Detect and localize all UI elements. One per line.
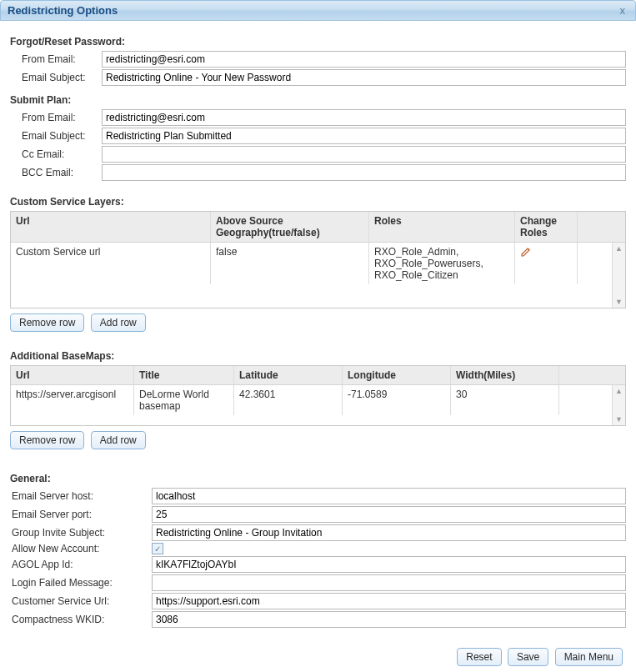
col-bm-url: Url (11, 366, 134, 384)
allow-new-account-checkbox[interactable]: ✓ (152, 543, 163, 554)
basemaps-add-button[interactable]: Add row (91, 431, 146, 449)
submit-subject-input[interactable] (102, 128, 626, 144)
forgot-subject-label: Email Subject: (10, 72, 102, 83)
layers-grid-header: Url Above Source Geography(true/false) R… (11, 212, 625, 243)
scrollbar[interactable]: ▲▼ (612, 243, 625, 308)
dialog-title: Redistricting Options (8, 4, 118, 17)
forgot-from-input[interactable] (102, 51, 626, 68)
general-group-input[interactable] (152, 524, 626, 541)
general-port-label: Email Server port: (10, 509, 152, 520)
col-bm-lon: Longitude (343, 366, 451, 384)
cell-bm-lat: 42.3601 (234, 385, 343, 415)
col-bm-width: Width(Miles) (451, 366, 559, 384)
close-icon[interactable]: x (617, 4, 629, 17)
layers-grid: Url Above Source Geography(true/false) R… (10, 211, 626, 308)
submit-from-input[interactable] (102, 109, 626, 126)
col-url: Url (11, 212, 211, 242)
general-agol-label: AGOL App Id: (10, 559, 152, 570)
basemaps-grid-header: Url Title Latitude Longitude Width(Miles… (11, 366, 625, 385)
general-host-label: Email Server host: (10, 490, 152, 502)
layers-add-button[interactable]: Add row (91, 313, 146, 332)
forgot-subject-input[interactable] (102, 69, 626, 86)
footer-buttons: Reset Save Main Menu (0, 639, 636, 669)
general-login-label: Login Failed Message: (10, 577, 152, 589)
general-wkid-input[interactable] (152, 611, 626, 628)
general-wkid-label: Compactness WKID: (10, 614, 152, 625)
col-bm-title: Title (134, 366, 234, 384)
general-port-input[interactable] (152, 506, 626, 523)
cell-url: Custom Service url (11, 243, 211, 284)
reset-button[interactable]: Reset (457, 648, 501, 666)
section-general-heading: General: (10, 473, 626, 484)
main-menu-button[interactable]: Main Menu (555, 648, 623, 666)
table-row[interactable]: https://server.arcgisonl DeLorme World b… (11, 385, 625, 415)
col-bm-lat: Latitude (234, 366, 343, 384)
submit-cc-input[interactable] (102, 146, 626, 163)
submit-bcc-input[interactable] (102, 164, 626, 181)
basemaps-grid: Url Title Latitude Longitude Width(Miles… (10, 365, 626, 426)
titlebar: Redistricting Options x (0, 0, 636, 21)
edit-icon[interactable] (520, 246, 572, 258)
col-above: Above Source Geography(true/false) (211, 212, 369, 242)
basemaps-remove-button[interactable]: Remove row (10, 431, 84, 449)
cell-bm-lon: -71.0589 (343, 385, 451, 415)
submit-from-label: From Email: (10, 112, 102, 123)
general-agol-input[interactable] (152, 556, 626, 573)
general-host-input[interactable] (152, 488, 626, 504)
general-cust-input[interactable] (152, 593, 626, 609)
section-submit-heading: Submit Plan: (10, 94, 626, 106)
submit-cc-label: Cc Email: (10, 148, 102, 160)
general-login-input[interactable] (152, 574, 626, 591)
col-roles: Roles (369, 212, 515, 242)
cell-bm-url: https://server.arcgisonl (11, 385, 134, 415)
save-button[interactable]: Save (508, 648, 548, 666)
cell-bm-width: 30 (451, 385, 559, 415)
general-cust-label: Customer Service Url: (10, 595, 152, 607)
dialog-content: Forgot/Reset Password: From Email: Email… (0, 21, 636, 639)
table-row[interactable]: Custom Service url false RXO_Role_Admin,… (11, 243, 625, 284)
submit-subject-label: Email Subject: (10, 130, 102, 142)
layers-remove-button[interactable]: Remove row (10, 313, 84, 332)
general-allow-label: Allow New Account: (10, 543, 152, 554)
section-forgot-heading: Forgot/Reset Password: (10, 36, 626, 48)
forgot-from-label: From Email: (10, 53, 102, 65)
section-basemaps-heading: Additional BaseMaps: (10, 350, 626, 362)
scrollbar[interactable]: ▲▼ (612, 385, 625, 425)
cell-change (515, 243, 578, 284)
submit-bcc-label: BCC Email: (10, 167, 102, 178)
cell-bm-title: DeLorme World basemap (134, 385, 234, 415)
general-group-label: Group Invite Subject: (10, 527, 152, 539)
col-change: Change Roles (515, 212, 578, 242)
section-layers-heading: Custom Service Layers: (10, 196, 626, 208)
cell-roles: RXO_Role_Admin, RXO_Role_Powerusers, RXO… (369, 243, 515, 284)
cell-above: false (211, 243, 369, 284)
